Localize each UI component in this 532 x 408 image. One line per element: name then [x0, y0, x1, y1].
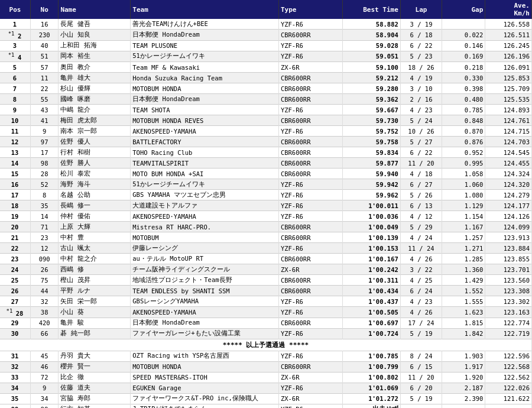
- cell-name: 櫻井 賢一: [59, 361, 131, 372]
- results-table-container: Pos No Name Team Type Best Time Lap Gap …: [0, 0, 532, 408]
- cell-team: 日本郵便 HondaDream: [131, 30, 279, 41]
- cell-ave: 123.701: [485, 264, 532, 275]
- cell-name: 比企 徹: [59, 372, 131, 383]
- cell-team: ファイヤーガレージ+もたい設備工業: [131, 328, 279, 339]
- table-row: 23090中村 龍之介au・テルル MotoUP RTCBR600RR1'00.…: [0, 254, 532, 264]
- cell-best: 59.212: [343, 73, 401, 83]
- cell-ave: 126.511: [485, 30, 532, 41]
- cell-team: TEAM SHOTA: [131, 105, 279, 115]
- cell-team: EGUKEN Garage: [131, 383, 279, 393]
- cell-ave: 125.853: [485, 73, 532, 83]
- cell-lap: 6 / 22: [400, 147, 442, 158]
- cell-best: 59.362: [343, 94, 401, 105]
- table-row: 2426西嶋 修チーム阪神ライディングスクールZX-6R1'00.2423 / …: [0, 264, 532, 275]
- cell-gap: 1.129: [442, 200, 485, 211]
- cell-no: 8: [30, 190, 58, 200]
- cell-type: YZF-R6: [278, 351, 342, 361]
- cell-pos: 12: [0, 137, 30, 147]
- cell-type: YZF-R6: [278, 40, 342, 51]
- cell-lap: 6 / 13: [400, 200, 442, 211]
- cell-lap: 4 / 23: [400, 105, 442, 115]
- cell-type: YZF-R6: [278, 404, 342, 408]
- cell-best: 1'00.802: [343, 372, 401, 383]
- cell-gap: 1.058: [442, 169, 485, 179]
- cell-no: 26: [30, 264, 58, 275]
- cell-gap: 1.920: [442, 372, 485, 383]
- cell-no: 17: [30, 147, 58, 158]
- cell-no: 72: [30, 372, 58, 383]
- cell-no: 51: [30, 51, 58, 62]
- cell-no: 71: [30, 222, 58, 232]
- cell-type: CBR600RR: [278, 254, 342, 264]
- cell-type: CBR600RR: [278, 137, 342, 147]
- cell-ave: 124.279: [485, 190, 532, 200]
- cell-gap: 0.995: [442, 158, 485, 169]
- cell-type: CBR600RR: [278, 232, 342, 243]
- cell-no: 090: [30, 254, 58, 264]
- cell-type: YZF-R6: [278, 51, 342, 62]
- cell-gap: 1.257: [442, 232, 485, 243]
- cell-ave: 122.562: [485, 372, 532, 383]
- cell-pos: 19: [0, 211, 30, 222]
- cell-pos: 3: [0, 40, 30, 51]
- cell-type: ZX-6R: [278, 372, 342, 383]
- cell-no: 34: [30, 393, 58, 404]
- cell-gap: 0.848: [442, 115, 485, 126]
- cell-type: CBR600RR: [278, 169, 342, 179]
- cell-no: 52: [30, 179, 58, 190]
- separator-row: ***** 以上予選通過 *****: [0, 339, 532, 351]
- cell-ave: 125.535: [485, 94, 532, 105]
- cell-team: MOTOBUM HONDA: [131, 361, 279, 372]
- cell-lap: 6 / 15: [400, 361, 442, 372]
- cell-type: CBR600RR: [278, 286, 342, 296]
- table-row: 3534宮脇 寿郎ファイヤーワークス&T-PRO inc,保険職人ZX-6R1'…: [0, 393, 532, 404]
- cell-name: 杉山 優輝: [59, 83, 131, 94]
- cell-pos: 9: [0, 105, 30, 115]
- table-row: 116長尾 健吾善光会TEAMけんけん+BEEYZF-R658.8823 / 1…: [0, 19, 532, 30]
- cell-lap: 6 / 27: [400, 179, 442, 190]
- cell-type: YZF-R6: [278, 296, 342, 307]
- cell-pos: 10: [0, 115, 30, 126]
- cell-type: CBR600RR: [278, 361, 342, 372]
- cell-team: MOTOBUM HONDA REVES: [131, 115, 279, 126]
- cell-lap: 4 / 23: [400, 296, 442, 307]
- cell-best: 1'01.069: [343, 383, 401, 393]
- cell-pos: 15: [0, 169, 30, 179]
- cell-team: 善光会TEAMけんけん+BEE: [131, 19, 279, 30]
- cell-lap: 4 / 26: [400, 254, 442, 264]
- cell-pos: 22: [0, 243, 30, 254]
- table-row: 1041梅田 虎太郎MOTOBUM HONDA REVESCBR600RR59.…: [0, 115, 532, 126]
- cell-best: 1'01.272: [343, 393, 401, 404]
- cell-gap: 1.285: [442, 254, 485, 264]
- cell-best: 59.834: [343, 147, 401, 158]
- table-row: 9999行方 知基J-TRIPが好きでたまらん。YZF-R6出走せず: [0, 404, 532, 408]
- cell-pos: 14: [0, 158, 30, 169]
- cell-name: 亀井 駿: [59, 318, 131, 328]
- cell-ave: 123.855: [485, 254, 532, 264]
- cell-lap: 8 / 24: [400, 351, 442, 361]
- cell-gap: 0.952: [442, 147, 485, 158]
- cell-pos: 31: [0, 351, 30, 361]
- cell-ave: [485, 404, 532, 408]
- table-row: *1 451岡本 裕生51かレージチームイワキYZF-R659.0515 / 2…: [0, 51, 532, 62]
- cell-ave: 126.091: [485, 62, 532, 73]
- cell-best: 1'00.242: [343, 264, 401, 275]
- cell-lap: 5 / 23: [400, 51, 442, 62]
- cell-lap: 11 / 20: [400, 158, 442, 169]
- table-row: 1914仲村 優佑AKENOSPEED·YAMAHAYZF-R61'00.036…: [0, 211, 532, 222]
- cell-name: 松川 泰宏: [59, 169, 131, 179]
- cell-ave: 124.177: [485, 200, 532, 211]
- cell-best: 59.877: [343, 158, 401, 169]
- cell-type: YZF-R6: [278, 328, 342, 339]
- cell-best: 59.962: [343, 190, 401, 200]
- cell-name: 長嶋 修一: [59, 200, 131, 211]
- cell-gap: 1.360: [442, 264, 485, 275]
- cell-ave: 121.622: [485, 393, 532, 404]
- cell-team: TEAMVITALSPIRIT: [131, 158, 279, 169]
- cell-team: 日本郵便 HondaDream: [131, 94, 279, 105]
- cell-lap: 18 / 26: [400, 62, 442, 73]
- cell-ave: 124.320: [485, 179, 532, 190]
- cell-lap: 5 / 27: [400, 137, 442, 147]
- cell-name: 矢田 栄一郎: [59, 296, 131, 307]
- cell-team: au・テルル MotoUP RT: [131, 254, 279, 264]
